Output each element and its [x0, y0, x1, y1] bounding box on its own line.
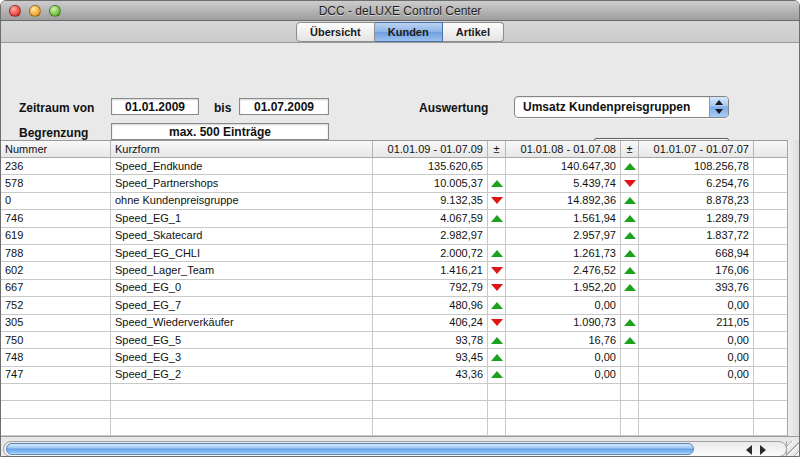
table-row[interactable]: 305Speed_Wiederverkäufer406,241.090,7321… — [1, 315, 787, 332]
cell-delta-2009 — [488, 262, 506, 278]
cell-kurzform: Speed_EG_1 — [111, 210, 373, 226]
cell-filler — [754, 175, 787, 191]
column-header-filler[interactable] — [754, 141, 787, 157]
stepper-icon[interactable] — [709, 97, 728, 117]
cell-empty — [639, 401, 754, 417]
cell-empty — [506, 419, 621, 435]
cell-nummer: 578 — [1, 175, 111, 191]
resize-grip[interactable] — [786, 441, 800, 457]
cell-nummer: 236 — [1, 158, 111, 174]
cell-nummer: 602 — [1, 262, 111, 278]
table-row[interactable]: 747Speed_EG_243,360,000,00 — [1, 367, 787, 384]
column-header-kurzform[interactable]: Kurzform — [111, 141, 373, 157]
trend-up-icon — [491, 371, 503, 378]
cell-period-2009: 93,45 — [373, 349, 488, 365]
cell-kurzform: Speed_EG_0 — [111, 280, 373, 296]
tab-bar-tabs: ÜbersichtKundenArtikel — [296, 22, 504, 42]
cell-period-2009: 43,36 — [373, 367, 488, 383]
column-header-delta_2009[interactable]: ± — [488, 141, 506, 157]
filter-form: Zeitraum von bis Begrenzung Vorjahreswer… — [1, 43, 799, 140]
cell-filler — [754, 210, 787, 226]
horizontal-scrollbar-track[interactable] — [3, 441, 787, 457]
cell-kurzform: Speed_Endkunde — [111, 158, 373, 174]
column-header-period_2007[interactable]: 01.01.07 - 01.07.07 — [639, 141, 754, 157]
cell-delta-2009 — [488, 228, 506, 244]
cell-empty — [639, 419, 754, 435]
scroll-left-icon[interactable] — [746, 445, 752, 455]
table-row-empty[interactable] — [1, 401, 787, 418]
cell-period-2009: 135.620,65 — [373, 158, 488, 174]
table-row-empty[interactable] — [1, 384, 787, 401]
table-row[interactable]: 602Speed_Lager_Team1.416,212.476,52176,0… — [1, 262, 787, 279]
table-row[interactable]: 0ohne Kundenpreisgruppe9.132,3514.892,36… — [1, 193, 787, 210]
column-header-delta_2008[interactable]: ± — [621, 141, 639, 157]
cell-filler — [754, 349, 787, 365]
bis-label: bis — [214, 101, 231, 115]
column-header-period_2009[interactable]: 01.01.09 - 01.07.09 — [373, 141, 488, 157]
cell-period-2007: 0,00 — [639, 367, 754, 383]
cell-kurzform: Speed_EG_CHLI — [111, 245, 373, 261]
table-row[interactable]: 236Speed_Endkunde135.620,65140.647,30108… — [1, 158, 787, 175]
trend-up-icon — [624, 267, 636, 274]
cell-empty — [488, 419, 506, 435]
table-row[interactable]: 788Speed_EG_CHLI2.000,721.261,73668,94 — [1, 245, 787, 262]
cell-period-2009: 2.982,97 — [373, 228, 488, 244]
cell-empty — [754, 419, 787, 435]
stepper-down-icon — [715, 109, 723, 114]
cell-period-2009: 9.132,35 — [373, 193, 488, 209]
vertical-scrollbar[interactable] — [787, 140, 800, 437]
cell-filler — [754, 228, 787, 244]
cell-period-2009: 2.000,72 — [373, 245, 488, 261]
cell-period-2007: 1.837,72 — [639, 228, 754, 244]
cell-empty — [506, 384, 621, 400]
cell-delta-2008 — [621, 228, 639, 244]
cell-nummer: 305 — [1, 315, 111, 331]
cell-period-2008: 14.892,36 — [506, 193, 621, 209]
table-row[interactable]: 746Speed_EG_14.067,591.561,941.289,79 — [1, 210, 787, 227]
trend-down-icon — [491, 197, 503, 204]
trend-down-icon — [491, 267, 503, 274]
column-header-period_2008[interactable]: 01.01.08 - 01.07.08 — [506, 141, 621, 157]
cell-period-2008: 5.439,74 — [506, 175, 621, 191]
table-row[interactable]: 750Speed_EG_593,7816,760,00 — [1, 332, 787, 349]
cell-empty — [621, 384, 639, 400]
zeitraum-von-input[interactable] — [111, 98, 199, 115]
table-row[interactable]: 667Speed_EG_0792,791.952,20393,76 — [1, 280, 787, 297]
cell-delta-2009 — [488, 315, 506, 331]
trend-down-icon — [491, 284, 503, 291]
cell-period-2008: 1.561,94 — [506, 210, 621, 226]
tab-uebersicht[interactable]: Übersicht — [296, 22, 375, 42]
trend-up-icon — [491, 354, 503, 361]
table-row[interactable]: 578Speed_Partnershops10.005,375.439,746.… — [1, 175, 787, 192]
cell-kurzform: Speed_EG_7 — [111, 297, 373, 313]
cell-delta-2009 — [488, 349, 506, 365]
table-body: 236Speed_Endkunde135.620,65140.647,30108… — [1, 158, 787, 436]
table-row-empty[interactable] — [1, 419, 787, 436]
column-header-nummer[interactable]: Nummer — [1, 141, 111, 157]
window-title: DCC - deLUXE Control Center — [1, 1, 799, 21]
cell-delta-2008 — [621, 193, 639, 209]
table-row[interactable]: 748Speed_EG_393,450,000,00 — [1, 349, 787, 366]
trend-up-icon — [624, 319, 636, 326]
cell-period-2008: 1.952,20 — [506, 280, 621, 296]
zeitraum-bis-input[interactable] — [239, 98, 329, 115]
cell-period-2009: 93,78 — [373, 332, 488, 348]
tab-artikel[interactable]: Artikel — [443, 22, 504, 42]
stepper-up-icon — [715, 100, 723, 105]
tab-kunden[interactable]: Kunden — [375, 22, 443, 42]
table-row[interactable]: 752Speed_EG_7480,960,000,00 — [1, 297, 787, 314]
cell-period-2007: 8.878,23 — [639, 193, 754, 209]
cell-delta-2009 — [488, 297, 506, 313]
cell-empty — [373, 401, 488, 417]
cell-period-2008: 0,00 — [506, 367, 621, 383]
cell-filler — [754, 245, 787, 261]
auswertung-select[interactable]: Umsatz Kundenpreisgruppen — [514, 96, 729, 118]
scroll-right-icon[interactable] — [760, 445, 766, 455]
cell-period-2007: 6.254,76 — [639, 175, 754, 191]
horizontal-scrollbar-thumb[interactable] — [6, 443, 694, 455]
begrenzung-input[interactable] — [111, 123, 329, 140]
table-row[interactable]: 619Speed_Skatecard2.982,972.957,971.837,… — [1, 228, 787, 245]
table-header-row: NummerKurzform01.01.09 - 01.07.09±01.01.… — [1, 141, 787, 158]
cell-delta-2008 — [621, 175, 639, 191]
cell-period-2008: 0,00 — [506, 297, 621, 313]
